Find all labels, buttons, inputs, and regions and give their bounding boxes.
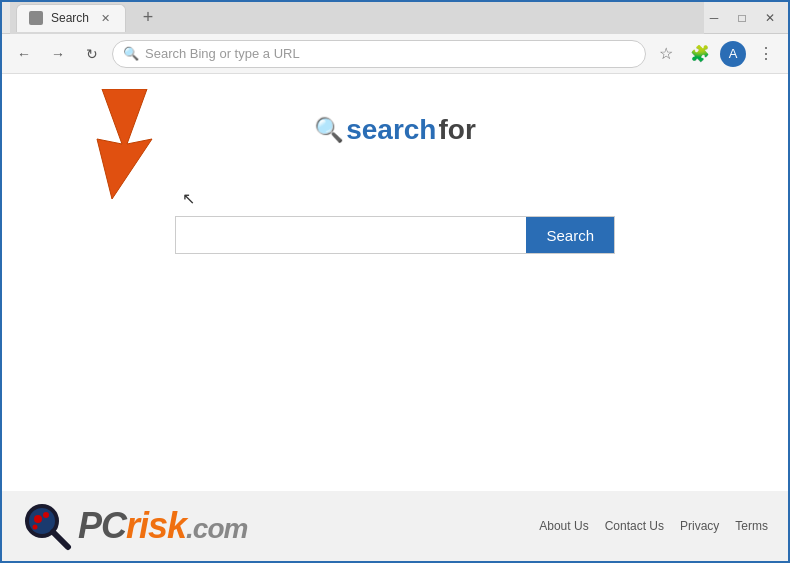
refresh-button[interactable]: ↻ bbox=[78, 40, 106, 68]
pcrisk-pc: PC bbox=[78, 505, 126, 546]
menu-icon[interactable]: ⋮ bbox=[752, 40, 780, 68]
tab-favicon bbox=[29, 11, 43, 25]
search-box-container: Search bbox=[175, 216, 615, 254]
tab-close-button[interactable]: ✕ bbox=[97, 10, 113, 26]
logo-search-text: search bbox=[346, 114, 436, 146]
address-bar[interactable]: 🔍 Search Bing or type a URL bbox=[112, 40, 646, 68]
profile-icon[interactable]: A bbox=[720, 41, 746, 67]
minimize-button[interactable]: ─ bbox=[704, 8, 724, 28]
tab-title: Search bbox=[51, 11, 89, 25]
privacy-link[interactable]: Privacy bbox=[680, 519, 719, 533]
about-us-link[interactable]: About Us bbox=[539, 519, 588, 533]
logo-for-text: for bbox=[438, 114, 475, 146]
logo-search-icon: 🔍 bbox=[314, 116, 344, 144]
pcrisk-dotcom: .com bbox=[186, 513, 247, 544]
window-controls: ─ □ ✕ bbox=[704, 8, 780, 28]
browser-window: Search ✕ + ─ □ ✕ ← → ↻ 🔍 Search Bing or … bbox=[2, 2, 788, 561]
terms-link[interactable]: Terms bbox=[735, 519, 768, 533]
refresh-icon: ↻ bbox=[86, 46, 98, 62]
new-tab-button[interactable]: + bbox=[134, 4, 162, 32]
contact-us-link[interactable]: Contact Us bbox=[605, 519, 664, 533]
footer-logo: PCrisk.com bbox=[22, 501, 247, 551]
cursor-icon: ↖ bbox=[182, 189, 195, 208]
close-button[interactable]: ✕ bbox=[760, 8, 780, 28]
navigation-bar: ← → ↻ 🔍 Search Bing or type a URL ☆ 🧩 A … bbox=[2, 34, 788, 74]
forward-button[interactable]: → bbox=[44, 40, 72, 68]
pcrisk-risk: risk bbox=[126, 505, 186, 546]
svg-point-4 bbox=[34, 515, 42, 523]
svg-marker-1 bbox=[97, 89, 152, 199]
site-logo: 🔍 search for bbox=[314, 114, 476, 146]
search-input[interactable] bbox=[176, 217, 526, 253]
back-icon: ← bbox=[17, 46, 31, 62]
search-button[interactable]: Search bbox=[526, 217, 614, 253]
svg-point-5 bbox=[43, 512, 49, 518]
title-bar: Search ✕ + ─ □ ✕ bbox=[2, 2, 788, 34]
svg-line-7 bbox=[53, 532, 68, 547]
footer-links: About Us Contact Us Privacy Terms bbox=[539, 519, 768, 533]
page-footer: PCrisk.com About Us Contact Us Privacy T… bbox=[2, 491, 788, 561]
address-search-icon: 🔍 bbox=[123, 46, 139, 61]
favorites-icon[interactable]: ☆ bbox=[652, 40, 680, 68]
extensions-icon[interactable]: 🧩 bbox=[686, 40, 714, 68]
back-button[interactable]: ← bbox=[10, 40, 38, 68]
pcrisk-text: PCrisk.com bbox=[78, 505, 247, 547]
pcrisk-logo-icon bbox=[22, 501, 72, 551]
arrow-annotation bbox=[92, 89, 212, 199]
svg-point-6 bbox=[33, 525, 38, 530]
maximize-button[interactable]: □ bbox=[732, 8, 752, 28]
forward-icon: → bbox=[51, 46, 65, 62]
address-placeholder-text: Search Bing or type a URL bbox=[145, 46, 300, 61]
nav-icons-right: ☆ 🧩 A ⋮ bbox=[652, 40, 780, 68]
page-content: ↖ 🔍 search for Search bbox=[2, 74, 788, 561]
active-tab[interactable]: Search ✕ bbox=[16, 4, 126, 32]
